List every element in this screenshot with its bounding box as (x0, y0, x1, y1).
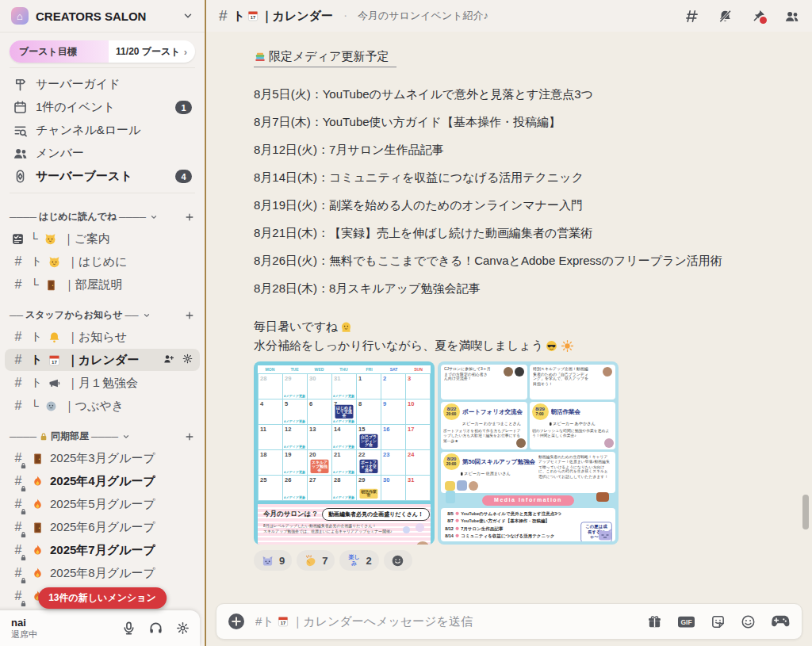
media-list-item: 8/127月サロン生作品記事 (444, 526, 587, 532)
calendar-emoji-icon: 17 (277, 615, 289, 628)
schedule-item: 8月7日(木)：YouTube使い方ガイド【基本操作・投稿編】 (254, 114, 812, 130)
media-update-tag: #メディア更新 (284, 495, 305, 500)
create-channel-plus-icon[interactable] (184, 310, 195, 321)
camera-dot-icon (455, 527, 458, 530)
sidebar-nav-list-search[interactable]: チャンネル&ロール (5, 119, 200, 142)
chevron-down-icon[interactable] (182, 10, 193, 21)
calendar-event-ch: スキルアップ勉強会 (311, 460, 329, 473)
svg-text:17: 17 (52, 358, 57, 364)
new-mentions-pill[interactable]: 13件の新しいメンション (38, 587, 167, 609)
hash-lock-icon: # (11, 520, 25, 534)
boost-count: 11/20 ブースト (116, 45, 181, 59)
door-emoji-icon (31, 521, 44, 534)
avatar (604, 438, 614, 448)
attach-plus-icon[interactable] (228, 613, 245, 630)
server-header[interactable]: ⌂ CREATORS SALON (0, 0, 205, 32)
reactions-row: 97楽しみ2 (254, 550, 812, 571)
category-header[interactable]: ──スタッフからお知らせ── (0, 296, 205, 325)
sidebar-nav-members[interactable]: メンバー (5, 142, 200, 165)
calendar-day-cell: 11 (259, 425, 282, 449)
channel-title[interactable]: ト 17 ｜カレンダー (233, 9, 333, 24)
channel-row[interactable]: #2025年7月グループ (5, 539, 200, 561)
list-search-icon (13, 123, 28, 138)
channel-row[interactable]: #2025年4月グループ (5, 470, 200, 492)
mutter-emoji-icon (44, 399, 58, 413)
sidebar-nav-signpost[interactable]: サーバーガイド (5, 73, 200, 96)
chevron-down-icon (150, 213, 158, 221)
category-header[interactable]: ────はじめに読んでね──── (0, 198, 205, 227)
user-name: nai (11, 617, 37, 629)
threads-icon[interactable] (684, 9, 699, 24)
lock-icon (39, 432, 48, 441)
pinned-messages-icon[interactable] (751, 9, 766, 24)
channel-row[interactable]: └｜ご案内 (5, 227, 200, 250)
media-list-item: 8/7YouTube使い方ガイド【基本操作・投稿編】 (444, 518, 587, 524)
gift-icon[interactable] (647, 614, 662, 629)
message-input[interactable]: #ト 17 ｜カレンダーへメッセージを送信 (255, 614, 637, 629)
sticker-picker-icon[interactable] (710, 614, 726, 629)
calendar-day-cell: 12#メディア更新 (283, 425, 307, 449)
channel-row[interactable]: #ト17｜カレンダー (5, 349, 200, 371)
apps-controller-icon[interactable] (771, 614, 791, 629)
sidebar-nav-calendar[interactable]: 1件のイベント1 (5, 96, 200, 119)
schedule-title: 限定メディア更新予定 (254, 49, 396, 67)
sunglasses-emoji-icon (545, 339, 558, 353)
calendar-day-cell: 16 (381, 425, 405, 449)
server-guide-icon: ⌂ (11, 7, 29, 25)
create-channel-plus-icon[interactable] (184, 431, 195, 442)
calendar-day-cell: 9 (381, 399, 405, 424)
headphones-icon[interactable] (148, 621, 163, 636)
calendar-day-cell: 27 (308, 476, 331, 500)
fish-bag-decoration (446, 491, 455, 503)
channel-row[interactable]: #ト｜お知らせ (5, 326, 200, 348)
message-area: 限定メディア更新予定 8月5日(火)：YouTubeのサムネイルで意外と見落とす… (206, 32, 812, 646)
calendar-day-cell: 29朝活作業会 (357, 476, 381, 500)
channel-row[interactable]: #ト｜月１勉強会 (5, 372, 200, 394)
bell-emoji-icon (48, 331, 61, 344)
weekday-label: MON (259, 366, 280, 373)
boost-goal-bar[interactable]: ブースト目標 11/20 ブースト › (10, 40, 195, 63)
hash-icon: # (11, 254, 25, 269)
avatar (603, 367, 612, 377)
emoji-picker-icon[interactable] (741, 614, 756, 629)
channel-row[interactable]: #2025年6月グループ (5, 516, 200, 538)
gif-picker-icon[interactable]: GIF (677, 614, 695, 629)
event-flyer-image-attachment[interactable]: CJサロンに参加して3ヶ月までの方限定の初心者さん向け交流会！ 特別スキルアップ… (438, 361, 619, 545)
avatar (504, 367, 513, 377)
member-list-icon[interactable] (784, 9, 799, 24)
weekday-label: WED (309, 366, 330, 373)
reaction-count: 9 (279, 555, 285, 567)
takoyaki-decoration (596, 492, 609, 502)
reaction-pill[interactable]: 楽しみ2 (339, 550, 378, 571)
gear-icon[interactable] (175, 621, 190, 636)
channel-row[interactable]: #2025年8月グループ (5, 562, 200, 584)
scrollbar-thumb[interactable] (802, 495, 809, 529)
reaction-pill[interactable]: 9 (254, 550, 292, 571)
chevron-down-icon (122, 433, 130, 441)
add-reaction-button[interactable] (384, 550, 412, 571)
avatar (515, 367, 524, 377)
channel-topic[interactable]: 今月のサロンイベント紹介♪ (358, 9, 679, 23)
message-composer[interactable]: #ト 17 ｜カレンダーへメッセージを送信 GIF (216, 603, 802, 640)
channel-row[interactable]: #ト｜はじめに (5, 250, 200, 273)
channel-row[interactable]: #└｜つぶやき (5, 395, 200, 417)
create-channel-plus-icon[interactable] (184, 212, 195, 223)
notifications-muted-icon[interactable] (718, 9, 733, 24)
flyer-event-card: 8/2220:00ポートフォリオ交流会スピーカー わかまつまことさんポートフォリ… (441, 402, 527, 449)
calendar-day-cell: 1 (357, 374, 381, 399)
calendar-image-attachment[interactable]: MONTUEWEDTHUFRISATSUN 2829#メディア更新3031#メデ… (254, 361, 435, 545)
user-info[interactable]: nai 退席中 (0, 617, 37, 640)
channel-row[interactable]: #2025年3月グループ (5, 447, 200, 469)
channel-row[interactable]: #└｜部屋説明 (5, 273, 200, 296)
calendar-day-cell: 5#メディア更新 (283, 399, 307, 424)
reaction-pill[interactable]: 7 (297, 550, 335, 571)
hash-lock-icon: # (11, 566, 25, 580)
mic-icon[interactable] (121, 621, 136, 636)
camera-dot-icon (455, 534, 458, 537)
separator-dot: ・ (341, 10, 350, 22)
hash-icon: # (11, 399, 25, 413)
guidelines-icon (11, 232, 25, 246)
channel-row[interactable]: #2025年5月グループ (5, 493, 200, 515)
category-header[interactable]: ────同期部屋──── (0, 418, 205, 446)
sidebar-nav-boost[interactable]: サーバーブースト4 (5, 165, 200, 188)
